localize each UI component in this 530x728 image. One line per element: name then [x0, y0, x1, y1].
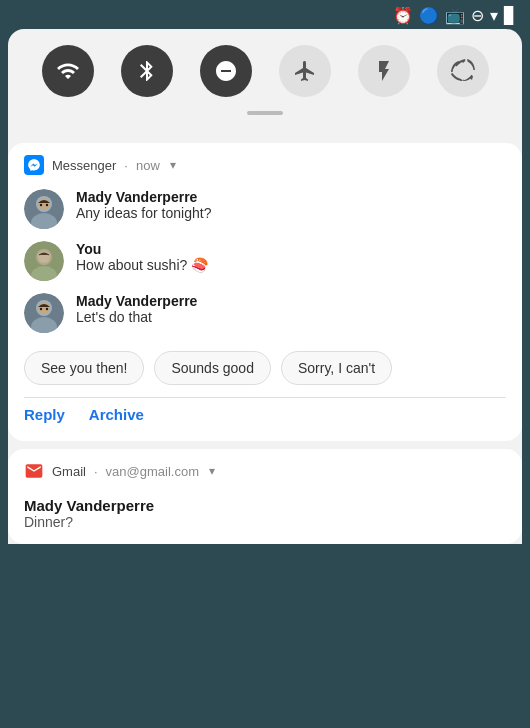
- quick-reply-sorry-cant[interactable]: Sorry, I can't: [281, 351, 392, 385]
- svg-point-14: [40, 308, 42, 310]
- messenger-notification-card: Messenger · now ▾ Mady Vanderperre: [8, 143, 522, 441]
- gmail-chevron-icon[interactable]: ▾: [209, 464, 215, 478]
- message-content-3: Mady Vanderperre Let's do that: [76, 293, 197, 325]
- sender-name-2: You: [76, 241, 208, 257]
- svg-point-5: [46, 204, 48, 206]
- gmail-sender-name: Mady Vanderperre: [24, 497, 506, 514]
- messenger-app-icon: [24, 155, 44, 175]
- message-row-1: Mady Vanderperre Any ideas for tonight?: [8, 183, 522, 235]
- gmail-notif-header: Gmail · van@gmail.com ▾: [8, 449, 522, 489]
- messenger-app-name: Messenger: [52, 158, 116, 173]
- svg-point-3: [38, 198, 50, 210]
- svg-point-13: [38, 302, 50, 314]
- reply-button[interactable]: Reply: [24, 402, 65, 427]
- handle-bar: [247, 111, 283, 115]
- quick-reply-see-you-then[interactable]: See you then!: [24, 351, 144, 385]
- dnd-icon: [214, 59, 238, 83]
- dnd-toggle[interactable]: [200, 45, 252, 97]
- message-text-3: Let's do that: [76, 309, 197, 325]
- bluetooth-status-icon: 🔵: [419, 6, 439, 25]
- gmail-app-name: Gmail: [52, 464, 86, 479]
- rotate-toggle[interactable]: [437, 45, 489, 97]
- message-row-2: You How about sushi? 🍣: [8, 235, 522, 287]
- rotate-icon: [451, 59, 475, 83]
- flashlight-icon: [372, 59, 396, 83]
- sender-name-1: Mady Vanderperre: [76, 189, 211, 205]
- mady-avatar-1: [24, 189, 64, 229]
- gmail-subject: Dinner?: [24, 514, 506, 530]
- signal-icon: ▊: [504, 6, 516, 25]
- wifi-status-icon: ▾: [490, 6, 498, 25]
- you-avatar: [24, 241, 64, 281]
- message-row-3: Mady Vanderperre Let's do that: [8, 287, 522, 339]
- mady-avatar-2: [24, 293, 64, 333]
- message-content-1: Mady Vanderperre Any ideas for tonight?: [76, 189, 211, 221]
- svg-point-4: [40, 204, 42, 206]
- messenger-notif-header: Messenger · now ▾: [8, 143, 522, 183]
- cast-icon: 📺: [445, 6, 465, 25]
- notifications-area: Messenger · now ▾ Mady Vanderperre: [8, 135, 522, 544]
- messenger-icon: [27, 158, 41, 172]
- messenger-notif-time: ·: [124, 158, 128, 173]
- bluetooth-toggle[interactable]: [121, 45, 173, 97]
- gmail-content: Mady Vanderperre Dinner?: [8, 497, 522, 544]
- sender-name-3: Mady Vanderperre: [76, 293, 197, 309]
- quick-settings-buttons: [28, 45, 502, 97]
- quick-replies-container: See you then! Sounds good Sorry, I can't: [8, 339, 522, 397]
- archive-button[interactable]: Archive: [89, 402, 144, 427]
- status-bar: ⏰ 🔵 📺 ⊖ ▾ ▊: [0, 0, 530, 29]
- alarm-icon: ⏰: [393, 6, 413, 25]
- quick-settings-panel: [8, 29, 522, 135]
- wifi-icon: [56, 59, 80, 83]
- quick-reply-sounds-good[interactable]: Sounds good: [154, 351, 271, 385]
- bluetooth-icon: [135, 59, 159, 83]
- airplane-icon: [293, 59, 317, 83]
- panel-handle: [28, 111, 502, 115]
- notif-actions-container: Reply Archive: [8, 398, 522, 441]
- gmail-notification-card: Gmail · van@gmail.com ▾ Mady Vanderperre…: [8, 449, 522, 544]
- svg-point-15: [46, 308, 48, 310]
- message-content-2: You How about sushi? 🍣: [76, 241, 208, 273]
- message-text-2: How about sushi? 🍣: [76, 257, 208, 273]
- gmail-icon: [24, 461, 44, 481]
- dnd-status-icon: ⊖: [471, 6, 484, 25]
- gmail-account: van@gmail.com: [106, 464, 199, 479]
- wifi-toggle[interactable]: [42, 45, 94, 97]
- flashlight-toggle[interactable]: [358, 45, 410, 97]
- messenger-notif-timestamp: now: [136, 158, 160, 173]
- messenger-chevron-icon[interactable]: ▾: [170, 158, 176, 172]
- message-text-1: Any ideas for tonight?: [76, 205, 211, 221]
- airplane-toggle[interactable]: [279, 45, 331, 97]
- gmail-separator: ·: [94, 464, 98, 479]
- gmail-app-icon: [24, 461, 44, 481]
